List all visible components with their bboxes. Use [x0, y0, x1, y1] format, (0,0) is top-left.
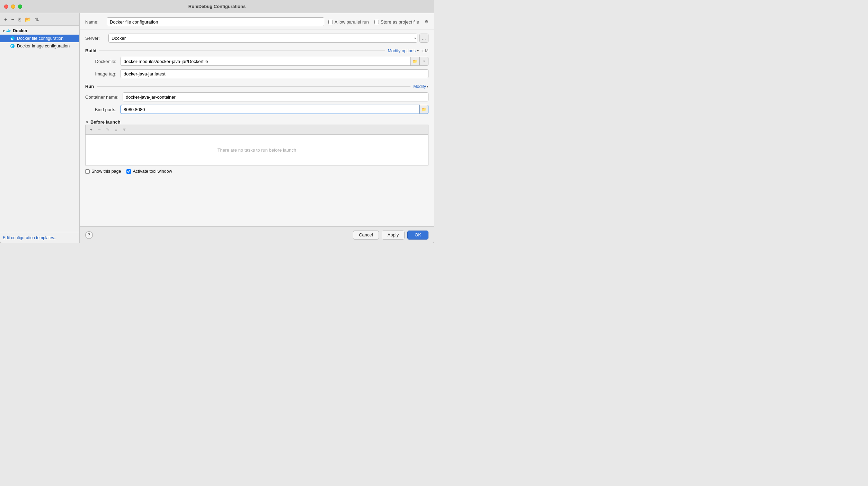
allow-parallel-checkbox[interactable]	[328, 20, 333, 24]
activate-window-checkbox-label[interactable]: Activate tool window	[126, 169, 172, 174]
folder-config-button[interactable]: 📂	[24, 16, 32, 23]
folder-icon: 📁	[413, 59, 417, 64]
before-launch-up-button[interactable]: ▲	[113, 126, 119, 133]
container-name-row: Container name:	[85, 92, 428, 101]
server-select-wrapper: Docker ▾ ...	[108, 34, 428, 43]
dockerfile-row: Dockerfile: 📁 ▾	[85, 57, 428, 66]
apply-button[interactable]: Apply	[382, 231, 405, 240]
config-body: Server: Docker ▾ ... Build Modify option…	[80, 29, 434, 226]
build-section-title: Build	[85, 48, 97, 53]
before-launch-edit-button[interactable]: ✎	[104, 126, 111, 133]
dockerfile-folder-button[interactable]: 📁	[410, 57, 419, 66]
show-page-checkbox-label[interactable]: Show this page	[85, 169, 121, 174]
build-section-header: Build Modify options ▾ ⌥M	[85, 48, 428, 53]
chevron-down-icon: ▾	[3, 29, 5, 33]
sidebar-item-label: Docker file configuration	[17, 36, 63, 41]
server-label: Server:	[85, 36, 104, 41]
store-project-checkbox[interactable]	[374, 20, 379, 24]
window-title: Run/Debug Configurations	[188, 4, 246, 9]
main-content: + − ⎘ 📂 ⇅ ▾ Docker D	[0, 13, 434, 243]
before-launch-header: ▼ Before launch	[85, 119, 428, 125]
modify-options-link[interactable]: Modify options	[388, 48, 416, 53]
server-ellipsis-button[interactable]: ...	[419, 34, 428, 43]
server-select[interactable]: Docker	[108, 34, 417, 43]
before-launch-collapse-icon[interactable]: ▼	[85, 120, 89, 124]
bind-ports-input[interactable]	[121, 105, 419, 114]
name-label: Name:	[85, 19, 103, 25]
activate-window-label: Activate tool window	[133, 169, 172, 174]
run-modify-link[interactable]: Modify ▾	[413, 84, 428, 89]
server-row: Server: Docker ▾ ...	[85, 34, 428, 43]
image-tag-row: Image tag:	[85, 69, 428, 78]
image-tag-label: Image tag:	[85, 71, 116, 76]
sidebar-item-docker-image-config[interactable]: D Docker image configuration	[0, 42, 79, 50]
docker-group-header[interactable]: ▾ Docker	[0, 27, 79, 35]
sidebar-toolbar: + − ⎘ 📂 ⇅	[0, 13, 79, 26]
before-launch-add-button[interactable]: +	[88, 126, 95, 133]
run-debug-configurations-window: Run/Debug Configurations + − ⎘ 📂 ⇅ ▾ Doc…	[0, 0, 434, 243]
before-launch-down-button[interactable]: ▼	[121, 126, 128, 133]
modify-options-shortcut: ⌥M	[420, 48, 428, 53]
sidebar-footer: Edit configuration templates...	[0, 232, 79, 243]
dockerfile-dropdown-button[interactable]: ▾	[419, 57, 428, 66]
edit-config-templates-link[interactable]: Edit configuration templates...	[3, 235, 57, 240]
add-config-button[interactable]: +	[3, 16, 8, 23]
before-launch-toolbar: + − ✎ ▲ ▼	[85, 125, 428, 134]
bind-ports-input-wrapper: 📁	[121, 105, 428, 114]
cancel-button[interactable]: Cancel	[353, 231, 379, 240]
titlebar: Run/Debug Configurations	[0, 0, 434, 13]
before-launch-list: There are no tasks to run before launch	[85, 134, 428, 165]
docker-image-icon: D	[10, 43, 15, 49]
dockerfile-label: Dockerfile:	[85, 59, 116, 64]
run-modify-chevron-icon: ▾	[427, 84, 428, 88]
folder-icon: 📁	[422, 107, 426, 112]
sidebar-tree: ▾ Docker D Docker file configuration	[0, 26, 79, 232]
bottom-actions: Cancel Apply OK	[353, 231, 428, 240]
name-input[interactable]	[107, 17, 324, 26]
run-section-header: Run Modify ▾	[85, 84, 428, 89]
run-section-title: Run	[85, 84, 94, 89]
bind-ports-row: Bind ports: 📁	[85, 105, 428, 114]
dockerfile-input[interactable]	[121, 57, 410, 66]
sidebar: + − ⎘ 📂 ⇅ ▾ Docker D	[0, 13, 80, 243]
build-section-actions: Modify options ▾ ⌥M	[388, 48, 428, 53]
maximize-button[interactable]	[18, 4, 22, 9]
sort-config-button[interactable]: ⇅	[34, 16, 41, 23]
remove-config-button[interactable]: −	[10, 16, 15, 23]
header-checkboxes: Allow parallel run Store as project file…	[328, 19, 428, 25]
store-project-label: Store as project file	[381, 19, 419, 25]
container-name-label: Container name:	[85, 94, 118, 100]
build-section-line	[99, 51, 385, 51]
image-tag-input[interactable]	[121, 69, 428, 78]
bind-ports-folder-button[interactable]: 📁	[419, 105, 428, 114]
help-button[interactable]: ?	[85, 231, 93, 239]
show-page-label: Show this page	[91, 169, 121, 174]
sidebar-item-docker-file-config[interactable]: D Docker file configuration	[0, 35, 79, 42]
minimize-button[interactable]	[11, 4, 15, 9]
bottom-bar: ? Cancel Apply OK	[80, 226, 434, 243]
no-tasks-text: There are no tasks to run before launch	[218, 147, 296, 153]
svg-text:D: D	[11, 45, 14, 48]
footer-checkboxes: Show this page Activate tool window	[85, 169, 428, 174]
docker-file-icon: D	[10, 36, 15, 41]
gear-icon[interactable]: ⚙	[425, 19, 428, 24]
dockerfile-input-wrapper: 📁 ▾	[121, 57, 428, 66]
before-launch-title: Before launch	[90, 119, 121, 125]
activate-window-checkbox[interactable]	[126, 169, 131, 174]
before-launch-remove-button[interactable]: −	[96, 126, 103, 133]
docker-group-icon	[6, 28, 11, 34]
show-page-checkbox[interactable]	[85, 169, 90, 174]
ok-button[interactable]: OK	[407, 231, 428, 240]
config-header: Name: Allow parallel run Store as projec…	[80, 13, 434, 29]
allow-parallel-label: Allow parallel run	[335, 19, 369, 25]
allow-parallel-checkbox-label[interactable]: Allow parallel run	[328, 19, 369, 25]
dropdown-arrow-icon: ▾	[423, 60, 425, 63]
svg-text:D: D	[11, 37, 14, 40]
container-name-input[interactable]	[123, 92, 428, 101]
copy-config-button[interactable]: ⎘	[17, 16, 22, 23]
close-button[interactable]	[4, 4, 8, 9]
sidebar-item-label: Docker image configuration	[17, 44, 70, 48]
docker-group-label: Docker	[13, 28, 27, 33]
store-project-checkbox-label[interactable]: Store as project file	[374, 19, 419, 25]
run-section-line	[97, 86, 410, 87]
